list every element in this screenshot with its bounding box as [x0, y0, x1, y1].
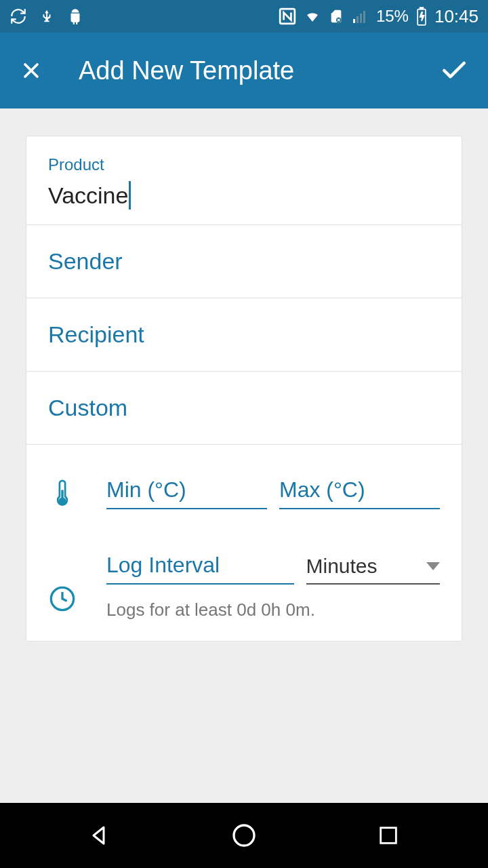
temperature-fields: Min (°C) Max (°C) — [106, 477, 440, 509]
navigation-bar — [0, 803, 488, 868]
battery-percent: 15% — [376, 7, 409, 26]
confirm-button[interactable] — [439, 56, 469, 85]
app-bar: Add New Template — [0, 33, 488, 108]
clock-icon — [48, 585, 77, 612]
svg-rect-12 — [381, 828, 396, 844]
product-input[interactable]: Vaccine — [48, 181, 440, 210]
min-temp-input[interactable]: Min (°C) — [106, 477, 267, 509]
svg-rect-3 — [357, 16, 359, 23]
svg-rect-2 — [353, 19, 355, 23]
status-left — [9, 7, 84, 26]
status-right: 15% 10:45 — [279, 6, 479, 27]
max-placeholder: Max (°C) — [279, 477, 365, 502]
temperature-section: Min (°C) Max (°C) — [26, 445, 462, 534]
custom-section[interactable]: Custom — [26, 372, 462, 445]
log-interval-placeholder: Log Interval — [106, 553, 220, 577]
form-card: Product Vaccine Sender Recipient Custom … — [26, 136, 462, 642]
product-value: Vaccine — [48, 182, 128, 209]
text-cursor — [129, 181, 131, 210]
nfc-icon — [279, 7, 296, 25]
svg-rect-7 — [420, 7, 424, 9]
thermometer-icon — [48, 479, 77, 509]
signal-icon — [350, 8, 369, 24]
sender-section[interactable]: Sender — [26, 225, 462, 298]
svg-point-11 — [234, 825, 254, 846]
recipient-label: Recipient — [48, 321, 440, 348]
svg-rect-4 — [360, 14, 362, 23]
recent-apps-button[interactable] — [348, 824, 429, 847]
log-interval-input[interactable]: Log Interval — [106, 553, 294, 585]
product-label: Product — [48, 155, 440, 174]
log-interval-section: Log Interval Minutes Logs for at least 0… — [26, 534, 462, 641]
max-temp-input[interactable]: Max (°C) — [279, 477, 440, 509]
sync-icon — [9, 7, 27, 25]
page-title: Add New Template — [79, 56, 439, 85]
product-section[interactable]: Product Vaccine — [26, 136, 462, 225]
log-interval-row: Log Interval Minutes — [106, 553, 440, 585]
unit-value: Minutes — [306, 555, 378, 578]
min-placeholder: Min (°C) — [106, 477, 186, 502]
clock-time: 10:45 — [434, 6, 479, 27]
back-button[interactable] — [59, 823, 140, 848]
log-hint: Logs for at least 0d 0h 0m. — [106, 599, 440, 620]
recipient-section[interactable]: Recipient — [26, 298, 462, 372]
content-area: Product Vaccine Sender Recipient Custom … — [0, 108, 488, 803]
battery-charging-icon — [415, 7, 428, 26]
close-button[interactable] — [19, 58, 43, 83]
unit-select[interactable]: Minutes — [306, 555, 441, 585]
chevron-down-icon — [426, 562, 440, 570]
svg-rect-5 — [363, 11, 365, 23]
sd-card-icon — [329, 7, 344, 25]
status-bar: 15% 10:45 — [0, 0, 488, 33]
usb-icon — [39, 7, 54, 26]
log-interval-inner: Log Interval Minutes Logs for at least 0… — [106, 553, 440, 620]
sender-label: Sender — [48, 248, 440, 275]
custom-label: Custom — [48, 395, 440, 421]
android-icon — [66, 7, 84, 25]
wifi-icon — [303, 8, 322, 24]
home-button[interactable] — [203, 822, 285, 849]
